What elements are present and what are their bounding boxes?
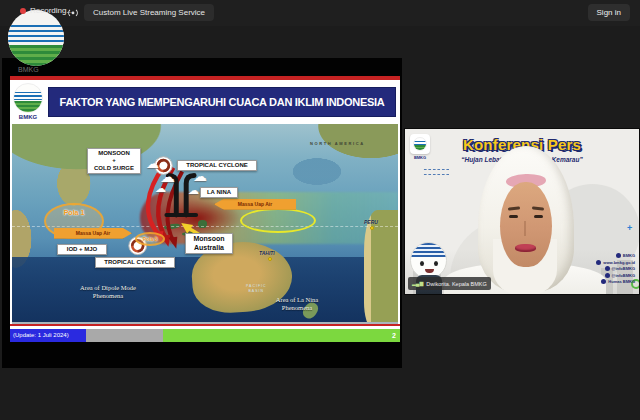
- social-links-block: BMKG www.bmkg.go.id @infoBMKG @infoBMKG …: [596, 253, 635, 284]
- record-dot-icon: [20, 8, 26, 14]
- social-row: @infoBMKG: [596, 266, 635, 271]
- streaming-service-label[interactable]: Custom Live Streaming Service: [84, 4, 214, 21]
- social-icon: [601, 279, 606, 284]
- bmkg-logo-grass-stripes: [14, 101, 42, 112]
- cloud-icon: ☁: [188, 184, 199, 197]
- mascot-cap: [411, 243, 446, 257]
- massa-uap-air-arrow-east: Massa Uap Air: [214, 199, 296, 210]
- peru-label: PERU: [364, 219, 378, 225]
- tropical-cyclone-north-label: TROPICAL CYCLONE: [177, 160, 257, 172]
- monsoon-australia-label: Monsoon Australia: [185, 233, 233, 255]
- speaker-name: Dwikorita. Kepala BMKG: [426, 281, 487, 287]
- participant-name: BMKG: [18, 66, 39, 73]
- social-row: Humas BMKG: [596, 279, 635, 284]
- weather-factors-map: ☁ ☁ ☁ ☁ ☁ ☁ Pola 1 Pola 3 Massa Uap Air …: [12, 124, 398, 324]
- broadcast-icon: [66, 5, 80, 19]
- footer-gray-segment: [86, 329, 163, 342]
- la-nina-label: LA NINA: [200, 187, 238, 199]
- social-label: @infoBMKG: [612, 273, 635, 278]
- peru-marker: [370, 226, 374, 230]
- bmkg-logo-grass-stripes: [414, 145, 426, 150]
- social-label: @infoBMKG: [612, 266, 635, 271]
- slide-title: FAKTOR YANG MEMPENGARUHI CUACA DAN IKLIM…: [60, 96, 385, 108]
- bmkg-logo-label: BMKG: [13, 114, 43, 120]
- massa-uap-air-arrow-west: Massa Uap Air: [54, 228, 132, 239]
- dot-pattern: [423, 167, 449, 178]
- tropical-cyclone-south-label: TROPICAL CYCLONE: [95, 257, 175, 269]
- north-america-label: NORTH AMERICA: [310, 141, 365, 146]
- slide-title-box: FAKTOR YANG MEMPENGARUHI CUACA DAN IKLIM…: [48, 87, 396, 117]
- bmkg-logo-sky-stripes: [14, 92, 42, 100]
- shared-screen-stage: BMKG FAKTOR YANG MEMPENGARUHI CUACA DAN …: [2, 58, 402, 368]
- bmkg-logo: [413, 137, 427, 151]
- speaker-face: [500, 182, 552, 267]
- plus-accent: +: [627, 223, 632, 233]
- speaker-eye: [534, 215, 543, 218]
- audio-signal-icon: ▂▄▆: [412, 281, 423, 286]
- participant-avatar[interactable]: [8, 10, 64, 66]
- social-icon: [605, 273, 610, 278]
- iod-mjo-label: IOD + MJO: [57, 244, 107, 256]
- bmkg-logo: [13, 83, 43, 113]
- enso-watch-ellipse: [240, 208, 316, 233]
- bmkg-badge-label: BMKG: [410, 155, 430, 160]
- cloud-icon: ☁: [146, 156, 159, 171]
- speaker-eye: [509, 215, 518, 218]
- social-label: BMKG: [623, 253, 635, 258]
- top-bar: Custom Live Streaming Service Sign in: [0, 0, 640, 26]
- pola-3-ellipse: Pola 3: [135, 232, 165, 246]
- slide-page-number: 2: [163, 329, 400, 342]
- bmkg-logo-badge: [410, 134, 430, 154]
- pacific-basin-label: PACIFIC BASIN: [246, 284, 267, 295]
- social-icon: [605, 266, 610, 271]
- presentation-slide: BMKG FAKTOR YANG MEMPENGARUHI CUACA DAN …: [10, 76, 400, 342]
- social-label: Humas BMKG: [608, 279, 635, 284]
- cloud-icon: ☁: [155, 182, 166, 195]
- area-dipole-mode-label: Area of Dipole Mode Phenomena: [52, 284, 164, 301]
- social-icon: [616, 253, 621, 258]
- bmkg-logo-sky-stripes: [8, 25, 64, 44]
- sign-in-button[interactable]: Sign in: [588, 4, 630, 21]
- tahiti-marker: [268, 257, 272, 261]
- speaker-video-tile[interactable]: Konferensi Pers “Hujan Lebat Periode Mus…: [404, 128, 640, 295]
- mascot-eye: [434, 261, 438, 266]
- tahiti-label: TAHITI: [259, 250, 275, 256]
- social-row: BMKG: [596, 253, 635, 258]
- monsoon-cold-surge-label: MONSOON + COLD SURGE: [87, 148, 141, 175]
- social-icon: [596, 260, 601, 265]
- speaker-name-tag: ▂▄▆ Dwikorita. Kepala BMKG: [408, 277, 491, 290]
- speaker-lips: [515, 244, 536, 252]
- speaker-nose: [524, 221, 526, 236]
- social-row: www.bmkg.go.id: [596, 260, 635, 265]
- social-row: @infoBMKG: [596, 273, 635, 278]
- social-label: www.bmkg.go.id: [603, 260, 635, 265]
- slide-header: BMKG FAKTOR YANG MEMPENGARUHI CUACA DAN …: [10, 80, 400, 124]
- slide-footer-bar: (Update: 1 Juli 2024) 2: [10, 329, 400, 342]
- mascot-eye: [420, 261, 424, 266]
- mascot-mouth: [425, 269, 434, 273]
- area-la-nina-label: Area of La Nina Phenomena: [245, 296, 349, 313]
- bmkg-mascot: [410, 242, 447, 279]
- update-date-label: (Update: 1 Juli 2024): [10, 329, 86, 342]
